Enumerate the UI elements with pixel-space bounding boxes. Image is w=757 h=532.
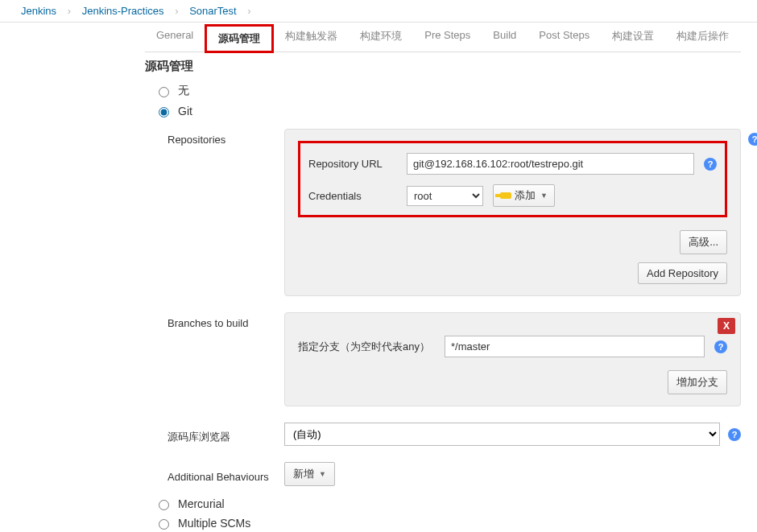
scm-multiple-label: Multiple SCMs bbox=[178, 517, 250, 530]
behaviours-label: Additional Behaviours bbox=[168, 466, 284, 483]
advanced-button[interactable]: 高级... bbox=[680, 230, 727, 254]
breadcrumb: Jenkins › Jenkins-Practices › SonarTest … bbox=[0, 0, 757, 23]
browser-label: 源码库浏览器 bbox=[168, 425, 284, 444]
breadcrumb-sep-icon: › bbox=[68, 5, 71, 17]
add-credentials-label: 添加 bbox=[515, 188, 536, 203]
scm-none-radio[interactable] bbox=[159, 87, 169, 97]
config-tabs: General 源码管理 构建触发器 构建环境 Pre Steps Build … bbox=[145, 23, 741, 52]
help-icon[interactable]: ? bbox=[728, 428, 741, 441]
add-behaviour-label: 新增 bbox=[293, 467, 314, 481]
tab-general[interactable]: General bbox=[145, 23, 205, 52]
add-repository-button[interactable]: Add Repository bbox=[638, 262, 727, 284]
tab-env[interactable]: 构建环境 bbox=[349, 23, 413, 52]
scm-git-label: Git bbox=[178, 105, 192, 118]
help-icon[interactable]: ? bbox=[704, 158, 717, 171]
repo-url-label: Repository URL bbox=[308, 158, 397, 170]
add-behaviour-button[interactable]: 新增 ▼ bbox=[284, 462, 335, 486]
scm-multiple-radio[interactable] bbox=[159, 519, 169, 530]
branches-block: X 指定分支（为空时代表any） ? 增加分支 bbox=[284, 312, 741, 406]
tab-post-build[interactable]: 构建后操作 bbox=[665, 23, 740, 52]
key-icon bbox=[500, 192, 511, 199]
breadcrumb-link[interactable]: Jenkins bbox=[21, 5, 56, 17]
tab-build[interactable]: Build bbox=[482, 23, 527, 52]
repositories-label: Repositories bbox=[168, 129, 284, 296]
branches-label: Branches to build bbox=[168, 312, 284, 406]
breadcrumb-link[interactable]: Jenkins-Practices bbox=[82, 5, 164, 17]
add-credentials-button[interactable]: 添加 ▼ bbox=[493, 184, 555, 207]
tab-post-steps[interactable]: Post Steps bbox=[527, 23, 601, 52]
breadcrumb-sep-icon: › bbox=[247, 5, 250, 17]
repo-highlight-box: Repository URL ? Credentials root 添加 ▼ bbox=[298, 141, 727, 217]
tab-scm[interactable]: 源码管理 bbox=[205, 24, 274, 53]
section-title: 源码管理 bbox=[145, 56, 741, 80]
breadcrumb-sep-icon: › bbox=[175, 5, 178, 17]
help-icon[interactable]: ? bbox=[748, 133, 757, 146]
repo-url-input[interactable] bbox=[407, 153, 694, 175]
credentials-label: Credentials bbox=[308, 190, 397, 202]
credentials-select[interactable]: root bbox=[407, 186, 483, 206]
add-branch-button[interactable]: 增加分支 bbox=[668, 370, 727, 394]
delete-branch-button[interactable]: X bbox=[718, 318, 735, 334]
tab-pre-steps[interactable]: Pre Steps bbox=[413, 23, 482, 52]
scm-git-radio[interactable] bbox=[159, 107, 169, 118]
browser-select[interactable]: (自动) bbox=[284, 423, 720, 446]
caret-down-icon: ▼ bbox=[540, 192, 548, 200]
tab-build-settings[interactable]: 构建设置 bbox=[601, 23, 665, 52]
branch-spec-input[interactable] bbox=[445, 336, 705, 357]
caret-down-icon: ▼ bbox=[319, 470, 326, 478]
scm-mercurial-label: Mercurial bbox=[178, 497, 225, 510]
help-icon[interactable]: ? bbox=[714, 340, 727, 353]
scm-none-label: 无 bbox=[178, 84, 189, 98]
repositories-block: ? Repository URL ? Credentials root bbox=[284, 129, 741, 296]
scm-mercurial-radio[interactable] bbox=[159, 500, 169, 510]
tab-triggers[interactable]: 构建触发器 bbox=[274, 23, 349, 52]
breadcrumb-link[interactable]: SonarTest bbox=[189, 5, 237, 17]
branch-spec-label: 指定分支（为空时代表any） bbox=[298, 340, 435, 354]
